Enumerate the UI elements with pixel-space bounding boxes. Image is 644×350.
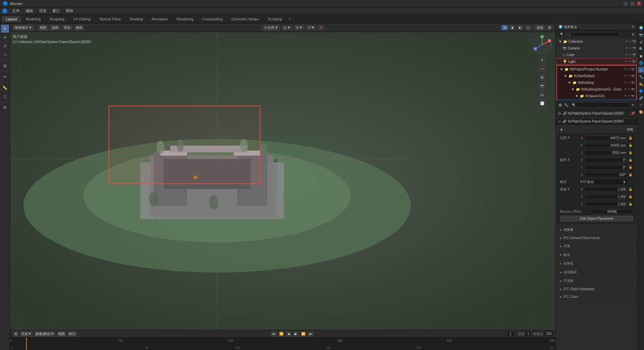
- props-tab-scene[interactable]: 🌍: [638, 25, 644, 31]
- props-tab-particles[interactable]: 💫: [638, 81, 644, 87]
- props-tab-data[interactable]: ▽: [638, 102, 644, 108]
- ifc-class-section[interactable]: ▶ IFC Class: [557, 293, 636, 300]
- ifc-derived-section[interactable]: ▶ IFC Derived Placements: [557, 234, 636, 241]
- scene-coll-filter-btn[interactable]: ▼: [631, 25, 635, 29]
- props-tab-material[interactable]: 🎨: [638, 109, 644, 115]
- tab-compositing[interactable]: Compositing: [198, 16, 226, 22]
- viewport-3d[interactable]: 用户透视 (1) Collection | IfcPlate/System Pa…: [10, 32, 555, 330]
- viewport-object-menu[interactable]: 物体: [74, 25, 85, 31]
- viewport-add-menu[interactable]: 添加: [62, 25, 72, 31]
- menu-window[interactable]: 窗口: [50, 8, 62, 14]
- visibility-toggle-camera[interactable]: 👁: [625, 46, 628, 50]
- outliner-search[interactable]: [558, 32, 619, 37]
- scale-tool-button[interactable]: ⤡: [1, 51, 9, 59]
- toggle-ortho-button[interactable]: ⊞: [538, 73, 546, 81]
- props-tab-render[interactable]: 📷: [638, 32, 644, 38]
- obj-pin-btn[interactable]: 📌: [631, 112, 635, 115]
- tab-layout[interactable]: Layout: [2, 16, 21, 22]
- play-btn[interactable]: ▶: [293, 331, 299, 337]
- move-tool-button[interactable]: ✛: [1, 33, 9, 41]
- markers-menu[interactable]: 标记: [67, 331, 77, 337]
- timeline-expand-btn[interactable]: ⊞: [13, 331, 19, 337]
- viewport-view-menu[interactable]: 视图: [38, 25, 48, 31]
- pos-y-lock[interactable]: 🔓: [629, 144, 633, 147]
- properties-search-input[interactable]: [570, 102, 630, 108]
- props-tab-output[interactable]: 🖨: [638, 39, 644, 45]
- viewport-toggle-cube[interactable]: ⊙: [629, 53, 632, 56]
- render-toggle-storey[interactable]: 📷: [631, 88, 635, 91]
- outliner-item-collection[interactable]: ▼ 📁 Collection 👁 ⊙ 📷: [556, 38, 637, 45]
- rotation-mode-dropdown[interactable]: XYZ 欧拉 ▼: [578, 179, 628, 185]
- viewport-toggle-collection[interactable]: ⊙: [629, 40, 632, 43]
- global-mode-btn[interactable]: ⊙ 全局 ▼: [262, 25, 280, 31]
- play-reverse-btn[interactable]: ◀: [286, 331, 292, 337]
- position-x-input[interactable]: 44672 mm: [584, 136, 628, 141]
- cursor-position-btn[interactable]: ◎ ▼: [282, 25, 293, 30]
- navigation-gizmo[interactable]: X Y Z: [532, 35, 552, 55]
- tab-shading[interactable]: Shading: [125, 16, 147, 22]
- props-tab-world[interactable]: 🌐: [638, 60, 644, 66]
- render-toggle-light[interactable]: 📷: [632, 60, 636, 63]
- toggle-cameras-button[interactable]: 📷: [538, 82, 546, 90]
- viewport-toggle-ifcbld[interactable]: ⊙: [628, 81, 630, 84]
- render-toggle-cube[interactable]: 📷: [632, 53, 636, 56]
- tab-texture-paint[interactable]: Texture Paint: [95, 16, 125, 22]
- zoom-out-button[interactable]: −: [538, 65, 546, 72]
- tab-rendering[interactable]: Rendering: [172, 16, 197, 22]
- pos-x-lock[interactable]: 🔓: [629, 136, 633, 140]
- props-tab-view[interactable]: 🔍: [638, 46, 644, 52]
- menu-render[interactable]: 渲染: [36, 8, 49, 14]
- outliner-item-camera[interactable]: 📷 Camera 👁 ⊙ 📷: [556, 45, 637, 51]
- tab-geometry-nodes[interactable]: Geometry Nodes: [227, 16, 263, 22]
- relations-section[interactable]: ▶ 关系: [557, 242, 636, 250]
- visibility-toggle-ifcproject[interactable]: 👁: [624, 67, 627, 71]
- viewport-toggle-sp101a[interactable]: ⊙: [628, 94, 630, 98]
- viewport-mode-dropdown[interactable]: 物体模式 ▼: [13, 25, 34, 31]
- scale-x-input[interactable]: 1.000: [584, 187, 628, 192]
- tab-sculpting[interactable]: Sculpting: [45, 16, 68, 22]
- visibility-toggle-cube[interactable]: 👁: [625, 53, 628, 56]
- instantiation-section[interactable]: ▶ 实例化: [557, 259, 636, 268]
- visibility-toggle-collection[interactable]: 👁: [625, 40, 628, 43]
- scale-z-lock[interactable]: 🔓: [629, 202, 633, 206]
- tab-scripting[interactable]: Scripting: [264, 16, 286, 22]
- position-y-input[interactable]: 10300 mm: [584, 143, 628, 148]
- viewport-shading-solid[interactable]: ●: [502, 25, 508, 30]
- add-cube-button[interactable]: ◻: [1, 93, 9, 101]
- timeline-ruler[interactable]: 0 50 100 150 200 250 0 50 100 150 200 25…: [10, 338, 555, 350]
- menu-edit[interactable]: 编辑: [23, 8, 36, 14]
- scale-y-lock[interactable]: 🔓: [629, 195, 633, 198]
- visibility-toggle-storey[interactable]: 👁: [624, 88, 627, 91]
- props-tab-scene2[interactable]: ◼: [638, 53, 644, 59]
- rotation-y-input[interactable]: 0°: [584, 165, 628, 170]
- rotation-z-input[interactable]: 180°: [584, 172, 628, 177]
- options-tool-button[interactable]: ⚙: [1, 104, 9, 112]
- annotate-tool-button[interactable]: ✏: [1, 73, 9, 81]
- scale-z-input[interactable]: 1.000: [584, 202, 628, 207]
- outliner-item-ifcstorey[interactable]: ▼ 📁 IfcBuildingStorey/01 - Entry 👁 ⊙ 📷: [557, 86, 636, 93]
- jump-end-btn[interactable]: ⏭: [308, 331, 314, 337]
- tab-uv-editing[interactable]: UV Editing: [69, 16, 95, 22]
- render-toggle-camera[interactable]: 📷: [632, 46, 636, 50]
- ifc-metadata-section[interactable]: ▶ IFC Object Metadata: [557, 286, 636, 293]
- outliner-options-btn[interactable]: ⚙: [632, 33, 635, 36]
- rot-x-lock[interactable]: 🔓: [629, 158, 633, 162]
- props-tab-object[interactable]: ◻: [638, 67, 644, 73]
- blender-offset-value[interactable]: NONE: [591, 209, 633, 214]
- scale-y-input[interactable]: 1.000: [584, 194, 628, 199]
- measure-tool-button[interactable]: 📏: [1, 84, 9, 92]
- viewport-shading-wireframe[interactable]: ◻: [525, 25, 531, 30]
- rot-y-lock[interactable]: 🔓: [629, 166, 633, 169]
- proportional-btn[interactable]: ⊙ ▼: [306, 25, 317, 30]
- transform-extra-section[interactable]: ▶ 变换量: [557, 226, 636, 234]
- props-tab-physics[interactable]: 🔵: [638, 88, 644, 94]
- rotation-x-input[interactable]: 0°: [584, 158, 628, 163]
- outliner-item-ifcbuilding[interactable]: ▼ 📁 IfcBuilding/ 👁 ⊙ 📷: [557, 79, 636, 86]
- viewport-select-menu[interactable]: 选择: [50, 25, 60, 31]
- close-button[interactable]: ✕: [637, 1, 641, 6]
- outliner-item-ifcsite[interactable]: ▼ 📁 IfcSite/Default 👁 ⊙ 📷: [557, 72, 636, 79]
- render-toggle-ifcbld[interactable]: 📷: [631, 81, 635, 84]
- tab-modeling[interactable]: Modeling: [22, 16, 45, 22]
- transform-header[interactable]: ▼ 变换: [557, 126, 636, 133]
- render-region-button[interactable]: ⬜: [538, 100, 546, 107]
